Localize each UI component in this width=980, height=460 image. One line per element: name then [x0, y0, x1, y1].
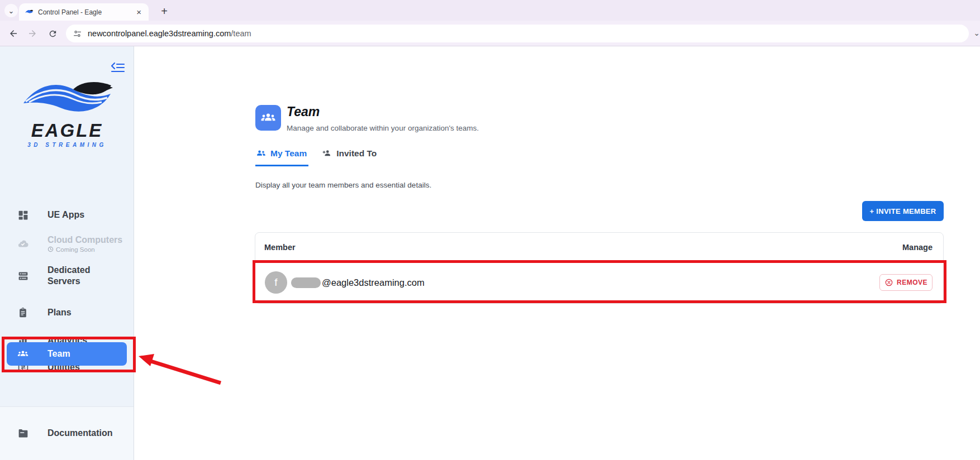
tab-label: Invited To: [336, 148, 377, 159]
table-header-row: Member Manage: [255, 233, 943, 262]
back-arrow-icon: [8, 28, 18, 39]
forward-button[interactable]: [25, 26, 40, 41]
tab-my-team[interactable]: My Team: [255, 148, 307, 166]
circle-x-icon: [884, 278, 893, 287]
browser-tab-strip: ⌄ Control Panel - Eagle × +: [0, 0, 980, 21]
plus-icon: +: [161, 5, 168, 18]
sidebar-item-team[interactable]: Team: [7, 342, 127, 366]
sidebar-item-label: Documentation: [47, 428, 112, 439]
cloud-icon: [17, 237, 29, 250]
team-people-icon: [260, 109, 277, 126]
page-title: Team: [287, 104, 320, 119]
team-members-table: Member Manage f @eagle3dstreaming.com RE…: [255, 232, 944, 304]
team-people-icon: [17, 348, 29, 360]
table-row: f @eagle3dstreaming.com REMOVE: [255, 262, 943, 303]
collapse-sidebar-icon: [111, 61, 125, 74]
coming-soon-badge: Coming Soon: [47, 246, 122, 253]
refresh-icon: [48, 29, 58, 39]
browser-tab[interactable]: Control Panel - Eagle ×: [19, 3, 149, 21]
browser-window: ⌄ Control Panel - Eagle × +: [0, 0, 980, 460]
sidebar-item-label: Cloud Computers: [47, 235, 122, 245]
tab-invited-to[interactable]: Invited To: [321, 148, 377, 166]
team-page-icon: [255, 105, 281, 131]
sidebar: EAGLE 3D STREAMING UE Apps Cloud Compute…: [0, 46, 134, 460]
dashboard-grid-icon: [17, 209, 29, 221]
page-description: Display all your team members and essent…: [255, 181, 431, 189]
site-favicon-icon: [25, 8, 34, 17]
logo-tagline: 3D STREAMING: [0, 142, 134, 148]
folder-icon: [17, 427, 29, 439]
toolbar-chevron-icon[interactable]: ⌄: [973, 28, 980, 37]
team-tabs: My Team Invited To: [255, 148, 377, 166]
tab-title: Control Panel - Eagle: [38, 8, 130, 16]
url-host: newcontrolpanel.eagle3dstreaming.com: [88, 29, 231, 38]
clipboard-icon: [17, 306, 29, 319]
sidebar-item-plans[interactable]: Plans: [9, 305, 125, 320]
sidebar-collapse-button[interactable]: [111, 61, 125, 74]
eagle-logo-icon: [21, 74, 113, 118]
servers-icon: [17, 270, 29, 282]
sidebar-item-label: Dedicated Servers: [47, 265, 98, 287]
url-path: /team: [231, 29, 251, 38]
sidebar-item-dedicated-servers[interactable]: Dedicated Servers: [9, 262, 125, 289]
column-member: Member: [264, 243, 296, 252]
tab-search-button[interactable]: ⌄: [4, 4, 18, 17]
remove-member-button[interactable]: REMOVE: [879, 274, 933, 291]
avatar: f: [265, 271, 287, 294]
sidebar-item-label: Plans: [47, 307, 72, 318]
url-bar[interactable]: newcontrolpanel.eagle3dstreaming.com/tea…: [66, 25, 969, 42]
tab-close-icon[interactable]: ×: [135, 7, 143, 17]
chevron-down-icon: ⌄: [8, 7, 15, 15]
url-text: newcontrolpanel.eagle3dstreaming.com/tea…: [88, 29, 251, 38]
people-icon: [255, 148, 267, 159]
tab-label: My Team: [270, 148, 307, 159]
browser-toolbar: newcontrolpanel.eagle3dstreaming.com/tea…: [0, 21, 980, 46]
forward-arrow-icon: [27, 28, 37, 39]
clock-icon: [47, 246, 54, 252]
main-content: Team Manage and collaborate within your …: [134, 46, 980, 460]
app-logo: EAGLE 3D STREAMING: [0, 74, 134, 148]
page-subtitle: Manage and collaborate within your organ…: [287, 124, 479, 132]
person-add-icon: [321, 148, 332, 159]
sidebar-item-label: UE Apps: [47, 209, 84, 221]
column-manage: Manage: [902, 243, 933, 252]
sidebar-item-label: Team: [47, 348, 70, 360]
sidebar-item-documentation[interactable]: Documentation: [9, 426, 125, 440]
back-button[interactable]: [6, 26, 21, 41]
sidebar-item-cloud-computers: Cloud Computers Coming Soon: [9, 232, 125, 255]
sidebar-item-ue-apps[interactable]: UE Apps: [9, 208, 125, 222]
remove-label: REMOVE: [897, 279, 927, 286]
new-tab-button[interactable]: +: [156, 3, 172, 19]
logo-wordmark: EAGLE: [0, 121, 134, 140]
refresh-button[interactable]: [45, 26, 60, 41]
redacted-username: [291, 277, 321, 288]
member-email: @eagle3dstreaming.com: [322, 277, 425, 288]
invite-member-button[interactable]: + INVITE MEMBER: [862, 201, 944, 221]
active-tab-underline: [255, 165, 308, 166]
site-settings-icon: [73, 29, 82, 39]
